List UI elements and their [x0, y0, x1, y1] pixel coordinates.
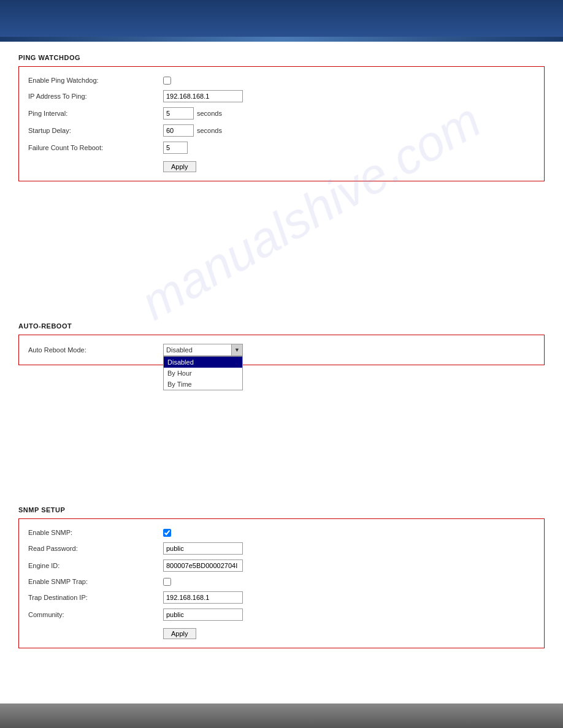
auto-reboot-dropdown-list: Disabled By Hour By Time	[163, 356, 243, 390]
failure-count-row: Failure Count To Reboot:	[28, 139, 535, 156]
ip-address-ping-label: IP Address To Ping:	[28, 93, 163, 100]
read-password-row: Read Password:	[28, 540, 535, 557]
spacing-1	[18, 200, 545, 322]
ping-watchdog-box: Enable Ping Watchdog: IP Address To Ping…	[18, 66, 545, 181]
ping-interval-field: seconds	[163, 107, 222, 119]
snmp-setup-box: Enable SNMP: Read Password: Engine ID: E…	[18, 518, 545, 648]
ping-interval-label: Ping Interval:	[28, 110, 163, 117]
top-bar	[0, 0, 563, 37]
engine-id-label: Engine ID:	[28, 562, 163, 569]
dropdown-arrow-icon: ▼	[231, 344, 242, 355]
ping-watchdog-section: PING WATCHDOG Enable Ping Watchdog: IP A…	[18, 54, 545, 181]
engine-id-row: Engine ID:	[28, 557, 535, 574]
enable-ping-watchdog-label: Enable Ping Watchdog:	[28, 77, 163, 84]
startup-delay-row: Startup Delay: seconds	[28, 122, 535, 139]
startup-delay-input[interactable]	[163, 124, 194, 137]
community-input[interactable]	[163, 609, 243, 621]
failure-count-input[interactable]	[163, 142, 188, 154]
failure-count-label: Failure Count To Reboot:	[28, 144, 163, 151]
bottom-bar	[0, 703, 563, 728]
startup-delay-suffix: seconds	[197, 127, 222, 134]
snmp-setup-title: SNMP SETUP	[18, 506, 545, 514]
snmp-apply-row: Apply	[28, 623, 535, 642]
read-password-label: Read Password:	[28, 545, 163, 552]
enable-ping-watchdog-row: Enable Ping Watchdog:	[28, 73, 535, 88]
auto-reboot-mode-select-display[interactable]: Disabled ▼	[163, 344, 243, 356]
ping-watchdog-title: PING WATCHDOG	[18, 54, 545, 61]
enable-snmp-trap-checkbox[interactable]	[163, 578, 171, 586]
ping-watchdog-apply-row: Apply	[28, 156, 535, 175]
auto-reboot-mode-dropdown[interactable]: Disabled ▼ Disabled By Hour By Time	[163, 344, 243, 356]
startup-delay-label: Startup Delay:	[28, 127, 163, 134]
enable-snmp-row: Enable SNMP:	[28, 525, 535, 540]
ping-interval-input[interactable]	[163, 107, 194, 119]
ping-interval-row: Ping Interval: seconds	[28, 105, 535, 122]
ip-address-ping-input[interactable]	[163, 90, 243, 102]
auto-reboot-title: AUTO-REBOOT	[18, 322, 545, 330]
auto-reboot-mode-display-text: Disabled	[164, 346, 231, 354]
spacing-2	[18, 384, 545, 506]
startup-delay-field: seconds	[163, 124, 222, 137]
community-label: Community:	[28, 611, 163, 618]
ping-interval-suffix: seconds	[197, 110, 222, 117]
enable-snmp-label: Enable SNMP:	[28, 529, 163, 536]
snmp-apply-button[interactable]: Apply	[163, 628, 196, 639]
engine-id-input[interactable]	[163, 559, 243, 572]
dropdown-option-disabled[interactable]: Disabled	[164, 357, 242, 368]
auto-reboot-mode-label: Auto Reboot Mode:	[28, 346, 163, 354]
content-area: PING WATCHDOG Enable Ping Watchdog: IP A…	[0, 42, 563, 728]
snmp-setup-section: SNMP SETUP Enable SNMP: Read Password: E…	[18, 506, 545, 648]
blue-stripe	[0, 37, 563, 42]
trap-dest-label: Trap Destination IP:	[28, 594, 163, 601]
enable-snmp-trap-label: Enable SNMP Trap:	[28, 578, 163, 585]
ip-address-ping-row: IP Address To Ping:	[28, 88, 535, 105]
enable-snmp-trap-row: Enable SNMP Trap:	[28, 574, 535, 589]
dropdown-option-by-hour[interactable]: By Hour	[164, 368, 242, 379]
ping-watchdog-apply-button[interactable]: Apply	[163, 161, 196, 172]
read-password-input[interactable]	[163, 542, 243, 555]
dropdown-option-by-time[interactable]: By Time	[164, 379, 242, 390]
auto-reboot-box: Auto Reboot Mode: Disabled ▼ Disabled By…	[18, 335, 545, 365]
trap-dest-row: Trap Destination IP:	[28, 589, 535, 606]
auto-reboot-mode-row: Auto Reboot Mode: Disabled ▼ Disabled By…	[28, 341, 535, 358]
enable-ping-watchdog-checkbox[interactable]	[163, 77, 171, 85]
enable-snmp-checkbox[interactable]	[163, 529, 171, 537]
auto-reboot-section: AUTO-REBOOT Auto Reboot Mode: Disabled ▼…	[18, 322, 545, 365]
trap-dest-input[interactable]	[163, 591, 243, 604]
community-row: Community:	[28, 606, 535, 623]
